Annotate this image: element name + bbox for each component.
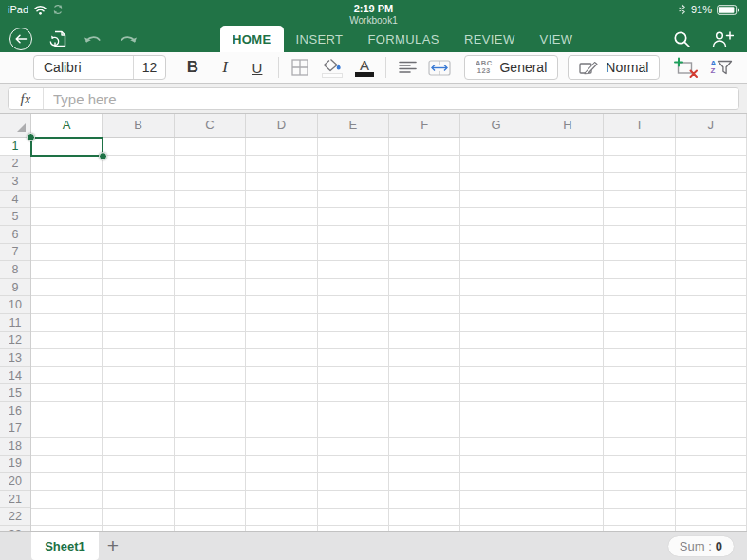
row-header[interactable]: 21: [0, 491, 30, 509]
column-header[interactable]: F: [389, 114, 460, 137]
row-header[interactable]: 3: [0, 173, 30, 191]
fill-color-button[interactable]: [316, 55, 348, 80]
borders-button[interactable]: [284, 55, 316, 80]
column-header[interactable]: D: [246, 114, 317, 137]
row-header[interactable]: 8: [0, 261, 30, 279]
ribbon-tabs: HOMEINSERTFORMULASREVIEWVIEW: [220, 26, 585, 52]
row-header[interactable]: 2: [0, 156, 30, 174]
merge-cells-button[interactable]: [423, 55, 456, 80]
row-header[interactable]: 19: [0, 456, 30, 474]
row-header[interactable]: 7: [0, 244, 30, 262]
undo-button[interactable]: [84, 32, 103, 46]
column-header[interactable]: B: [103, 114, 174, 137]
clock: 2:19 PM: [0, 3, 747, 14]
formula-input[interactable]: [44, 91, 738, 107]
row-header[interactable]: 10: [0, 296, 30, 314]
share-person-add-icon[interactable]: [712, 30, 734, 47]
cells-area[interactable]: [31, 138, 747, 531]
column-header[interactable]: G: [460, 114, 532, 137]
battery-icon: [717, 5, 739, 15]
battery-percent: 91%: [691, 4, 712, 15]
row-header[interactable]: 1: [0, 138, 30, 156]
column-header[interactable]: C: [175, 114, 246, 137]
column-header[interactable]: A: [31, 114, 103, 137]
cell-styles-button[interactable]: Normal: [568, 55, 660, 80]
status-center: 2:19 PM Workbook1: [0, 3, 747, 26]
insert-delete-cells-button[interactable]: [667, 55, 703, 80]
device-label: iPad: [8, 4, 28, 15]
sheet-tab-sheet1[interactable]: Sheet1: [31, 532, 99, 560]
insert-delete-cells-icon: [673, 57, 699, 79]
font-color-icon: A: [355, 59, 374, 77]
row-header[interactable]: 9: [0, 279, 30, 297]
fx-icon[interactable]: fx: [9, 91, 43, 107]
font-picker[interactable]: Calibri 12: [33, 55, 166, 80]
add-sheet-button[interactable]: +: [99, 532, 127, 560]
fill-bucket-icon: [322, 58, 343, 78]
font-size-value[interactable]: 12: [134, 60, 165, 75]
row-header[interactable]: 16: [0, 402, 30, 420]
ribbon-tab[interactable]: FORMULAS: [355, 26, 451, 52]
sum-badge[interactable]: Sum : 0: [668, 536, 734, 556]
row-header[interactable]: 12: [0, 332, 30, 350]
row-header[interactable]: 13: [0, 349, 30, 367]
number-format-button[interactable]: ABC 123 General: [464, 55, 558, 80]
top-bar: iPad 2:19 PM Workbook1 91%: [0, 0, 747, 52]
ribbon-tab[interactable]: REVIEW: [452, 26, 528, 52]
search-icon[interactable]: [673, 30, 691, 48]
ribbon-tab[interactable]: HOME: [220, 26, 284, 52]
ribbon-tab[interactable]: VIEW: [528, 26, 586, 52]
cell-style-icon: [579, 61, 598, 75]
sum-label: Sum :: [680, 539, 712, 553]
row-header[interactable]: 17: [0, 420, 30, 439]
column-headers: ABCDEFGHIJ: [31, 114, 747, 138]
sort-filter-button[interactable]: A Z: [703, 55, 739, 80]
column-header[interactable]: E: [318, 114, 389, 137]
column-header[interactable]: I: [604, 114, 675, 137]
row-header[interactable]: 20: [0, 473, 30, 491]
status-left: iPad: [8, 4, 64, 15]
borders-icon: [291, 59, 308, 76]
font-name-value[interactable]: Calibri: [34, 60, 133, 75]
sum-value: 0: [716, 539, 722, 553]
column-header[interactable]: J: [676, 114, 747, 137]
row-header[interactable]: 22: [0, 508, 30, 526]
save-button[interactable]: [48, 29, 67, 48]
alignment-button[interactable]: [391, 55, 423, 80]
row-header[interactable]: 18: [0, 438, 30, 456]
italic-button[interactable]: I: [209, 55, 241, 80]
redo-button[interactable]: [119, 32, 138, 46]
excel-ipad-app: iPad 2:19 PM Workbook1 91%: [0, 0, 747, 560]
selection-handle-bottom-right[interactable]: [99, 152, 107, 160]
number-format-icon: ABC 123: [476, 60, 492, 75]
document-title: Workbook1: [0, 15, 747, 26]
selection-handle-top-left[interactable]: [27, 133, 35, 141]
fill-color-swatch: [322, 73, 343, 78]
font-color-button[interactable]: A: [348, 55, 381, 80]
sheet-bar: Sheet1 + Sum : 0: [0, 531, 747, 560]
underline-button[interactable]: U: [241, 55, 273, 80]
back-button[interactable]: [9, 28, 32, 50]
sort-filter-icon: A Z: [711, 60, 734, 75]
cell-selection-a1: [30, 137, 103, 157]
row-header[interactable]: 5: [0, 208, 30, 226]
formatting-toolbar: Calibri 12 B I U A: [0, 52, 747, 84]
spreadsheet-grid: ABCDEFGHIJ 12345678910111213141516171819…: [0, 114, 747, 531]
select-all-triangle-icon: [17, 123, 26, 132]
ribbon-tab[interactable]: INSERT: [284, 26, 356, 52]
number-format-value: General: [499, 60, 547, 75]
row-header[interactable]: 6: [0, 226, 30, 244]
row-header[interactable]: 4: [0, 191, 30, 209]
row-header[interactable]: 14: [0, 367, 30, 385]
column-header[interactable]: H: [532, 114, 604, 137]
sync-icon: [52, 4, 64, 15]
formula-bar-row: fx: [0, 84, 747, 114]
bluetooth-icon: [678, 4, 686, 15]
nav-left-controls: [9, 26, 138, 52]
wifi-icon: [33, 5, 47, 15]
row-header[interactable]: 11: [0, 314, 30, 332]
row-header[interactable]: 15: [0, 384, 30, 402]
font-color-swatch: [355, 72, 374, 77]
bold-button[interactable]: B: [177, 55, 209, 80]
ribbon-nav-row: HOMEINSERTFORMULASREVIEWVIEW: [0, 26, 747, 52]
